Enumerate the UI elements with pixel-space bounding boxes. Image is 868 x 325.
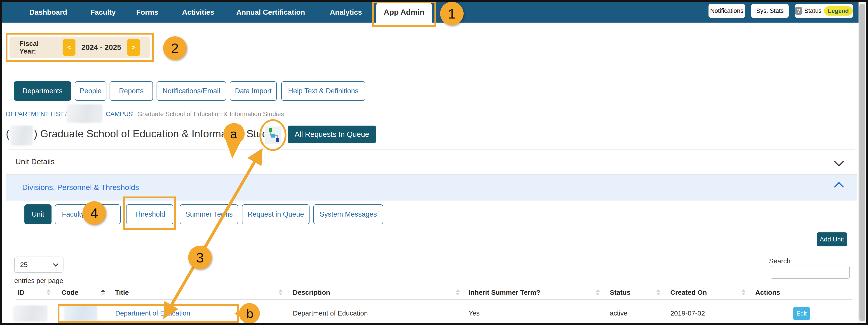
subtab-unit[interactable]: Unit (24, 204, 52, 224)
entries-per-page-label: entries per page (14, 277, 63, 285)
nav-item-analytics[interactable]: Analytics (330, 8, 362, 17)
fiscal-year-value: 2024 - 2025 (81, 43, 121, 52)
window-frame-left (0, 0, 2, 325)
row-status-cell: active (610, 310, 627, 317)
breadcrumb-campus[interactable]: CAMPUS (106, 110, 133, 118)
col-header-description[interactable]: Description (293, 289, 330, 296)
status-label: Status (804, 7, 822, 14)
nav-item-forms[interactable]: Forms (136, 8, 158, 17)
sys-stats-button[interactable]: Sys. Stats (751, 4, 789, 18)
page-title: ) Graduate School of Education & Informa… (34, 128, 281, 140)
edit-button[interactable]: Edit (793, 307, 810, 320)
status-legend-button[interactable]: ? Status Legend (795, 4, 853, 18)
row-created-on-cell: 2019-07-02 (670, 310, 705, 317)
add-unit-button[interactable]: Add Unit (817, 232, 847, 247)
nav-item-annual-certification[interactable]: Annual Certification (236, 8, 305, 17)
redacted-code-cell (64, 305, 97, 322)
tab-reports[interactable]: Reports (110, 81, 153, 101)
subtab-threshold[interactable]: Threshold (126, 204, 173, 224)
notifications-button[interactable]: Notifications (709, 4, 745, 18)
tab-departments[interactable]: Departments (14, 81, 71, 101)
scrollbar-thumb[interactable] (860, 4, 865, 321)
breadcrumb-current: Graduate School of Education & Informati… (137, 110, 284, 118)
divisions-header[interactable]: Divisions, Personnel & Thresholds (22, 183, 139, 192)
help-question-icon: ? (795, 7, 802, 15)
hierarchy-icon[interactable] (265, 127, 281, 144)
window-frame-top (0, 0, 868, 2)
fiscal-year-label: Fiscal Year: (20, 40, 57, 55)
sort-icon[interactable] (46, 289, 51, 295)
sort-icon-ascending[interactable] (101, 289, 105, 295)
search-input[interactable] (771, 266, 850, 279)
annotation-step-2: 2 (163, 36, 187, 60)
nav-tab-app-admin-active[interactable]: App Admin (376, 3, 432, 28)
page-size-value: 25 (20, 261, 28, 268)
sort-icon[interactable] (456, 289, 460, 295)
col-header-created-on[interactable]: Created On (670, 289, 707, 296)
annotation-step-1: 1 (440, 2, 464, 25)
app-screen: { "nav": { "items": ["Dashboard", "Facul… (0, 0, 868, 325)
all-requests-in-queue-button[interactable]: All Requests In Queue (288, 126, 376, 143)
row-description-cell: Department of Education (293, 310, 368, 317)
subtab-request-in-queue[interactable]: Request in Queue (242, 204, 310, 224)
tab-notifications-email[interactable]: Notifications/Email (157, 81, 226, 101)
fiscal-year-next-button[interactable]: > (127, 39, 140, 56)
row-title-link[interactable]: Department of Education (115, 310, 190, 317)
unit-details-header[interactable]: Unit Details (16, 157, 55, 166)
nav-item-dashboard[interactable]: Dashboard (29, 8, 67, 17)
col-header-id[interactable]: ID (18, 289, 25, 296)
breadcrumb-separator: / (65, 110, 67, 118)
legend-badge: Legend (824, 6, 853, 15)
window-frame-bottom (0, 323, 868, 325)
breadcrumb-department-list[interactable]: DEPARTMENT LIST (6, 110, 64, 118)
sort-icon[interactable] (656, 289, 660, 295)
sort-icon[interactable] (279, 289, 283, 295)
row-inherit-summer-term-cell: Yes (469, 310, 479, 317)
col-header-title[interactable]: Title (115, 289, 129, 296)
select-chevron-icon (53, 261, 58, 266)
col-header-inherit-summer-term[interactable]: Inherit Summer Term? (469, 289, 540, 296)
subtab-system-messages[interactable]: System Messages (313, 204, 383, 224)
col-header-status[interactable]: Status (610, 289, 630, 296)
page-size-select[interactable]: 25 (14, 257, 63, 273)
breadcrumb-separator-2: / (131, 110, 133, 118)
sort-icon[interactable] (742, 289, 746, 295)
nav-item-activities[interactable]: Activities (182, 8, 214, 17)
page-title-paren: ( (6, 128, 9, 140)
search-label: Search: (769, 257, 792, 265)
window-frame-right (866, 0, 868, 325)
fiscal-year-selector: Fiscal Year: < 2024 - 2025 > (9, 37, 150, 58)
tab-data-import[interactable]: Data Import (230, 81, 277, 101)
subtab-summer-terms[interactable]: Summer Terms (180, 204, 238, 224)
redacted-department-code (10, 126, 33, 145)
redacted-id-cell (13, 305, 48, 322)
col-header-code[interactable]: Code (61, 289, 79, 296)
annotation-step-3: 3 (188, 246, 212, 269)
nav-item-faculty[interactable]: Faculty (90, 8, 116, 17)
sort-icon[interactable] (596, 289, 600, 295)
tab-help-text-definitions[interactable]: Help Text & Definitions (281, 81, 365, 101)
annotation-step-4: 4 (83, 201, 106, 225)
redacted-campus-prefix (67, 104, 102, 123)
tab-people[interactable]: People (75, 81, 106, 101)
col-header-actions: Actions (755, 289, 780, 296)
fiscal-year-prev-button[interactable]: < (63, 39, 76, 56)
